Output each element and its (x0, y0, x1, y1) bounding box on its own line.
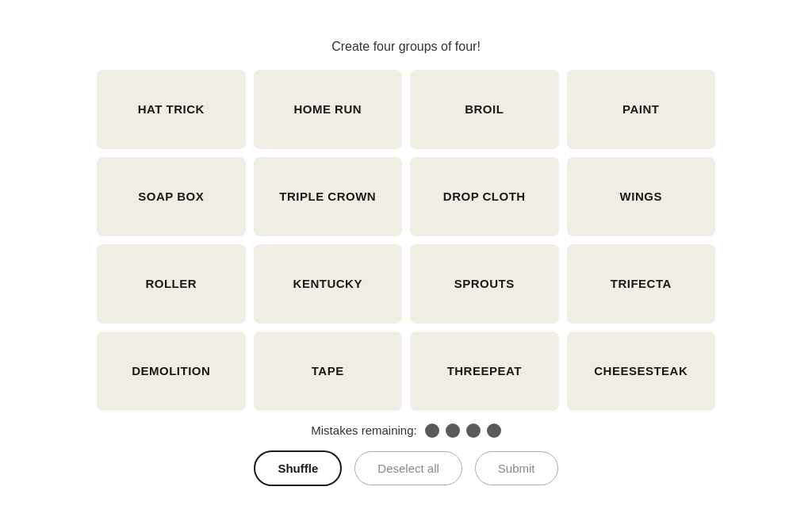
tile-label-0: HAT TRICK (138, 102, 205, 117)
deselect-all-button[interactable]: Deselect all (354, 451, 462, 485)
tile-label-11: TRIFECTA (611, 276, 672, 292)
mistake-dot-0 (425, 423, 439, 438)
submit-button[interactable]: Submit (475, 451, 558, 485)
tile-label-15: CHEESESTEAK (594, 363, 688, 379)
mistakes-dots (425, 423, 501, 438)
tile-label-13: TAPE (312, 363, 344, 379)
tile-label-6: DROP CLOTH (443, 189, 526, 205)
tile-7[interactable]: WINGS (567, 157, 716, 236)
tile-label-14: THREEPEAT (447, 363, 522, 379)
tile-label-10: SPROUTS (454, 276, 515, 292)
mistake-dot-1 (446, 423, 460, 438)
game-container: Create four groups of four! HAT TRICKHOM… (97, 40, 715, 486)
tile-4[interactable]: SOAP BOX (97, 157, 246, 236)
tile-label-1: HOME RUN (293, 102, 362, 117)
tile-label-5: TRIPLE CROWN (279, 189, 376, 205)
tile-13[interactable]: TAPE (254, 331, 403, 411)
tile-15[interactable]: CHEESESTEAK (567, 331, 716, 411)
tile-0[interactable]: HAT TRICK (97, 70, 246, 149)
tile-9[interactable]: KENTUCKY (254, 244, 403, 324)
mistakes-label: Mistakes remaining: (311, 423, 416, 437)
tile-label-8: ROLLER (145, 276, 197, 292)
shuffle-button[interactable]: Shuffle (254, 450, 342, 486)
tile-2[interactable]: BROIL (410, 70, 559, 149)
tile-14[interactable]: THREEPEAT (410, 331, 559, 411)
tile-11[interactable]: TRIFECTA (567, 244, 716, 324)
buttons-row: Shuffle Deselect all Submit (254, 450, 557, 486)
mistakes-row: Mistakes remaining: (311, 423, 500, 438)
tile-10[interactable]: SPROUTS (410, 244, 559, 324)
tile-label-12: DEMOLITION (132, 363, 210, 379)
tile-label-2: BROIL (465, 102, 504, 117)
mistake-dot-2 (466, 423, 481, 438)
tile-label-3: PAINT (622, 102, 659, 117)
tile-6[interactable]: DROP CLOTH (410, 157, 559, 236)
mistake-dot-3 (487, 423, 501, 438)
tile-8[interactable]: ROLLER (97, 244, 246, 324)
tile-label-4: SOAP BOX (138, 189, 204, 205)
tile-1[interactable]: HOME RUN (254, 70, 403, 149)
tile-12[interactable]: DEMOLITION (97, 331, 246, 411)
tile-label-9: KENTUCKY (293, 276, 362, 292)
tile-label-7: WINGS (620, 189, 662, 205)
subtitle: Create four groups of four! (331, 40, 481, 54)
tile-grid: HAT TRICKHOME RUNBROILPAINTSOAP BOXTRIPL… (97, 70, 715, 411)
tile-5[interactable]: TRIPLE CROWN (254, 157, 403, 236)
tile-3[interactable]: PAINT (567, 70, 716, 149)
